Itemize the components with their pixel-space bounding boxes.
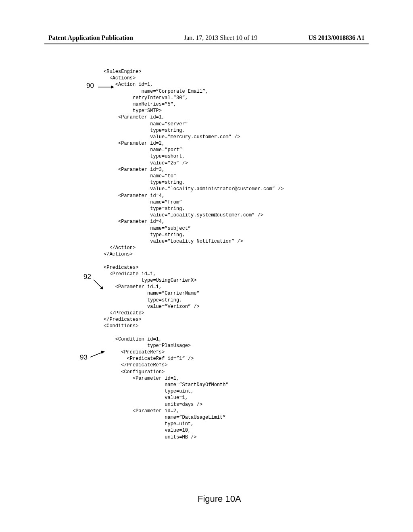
content-area: <RulesEngine> <Actions> <Action id=1, na…: [0, 44, 413, 69]
svg-marker-5: [101, 351, 105, 354]
header-right-text: US 2013/0018836 A1: [308, 34, 365, 42]
reference-number-90: 90: [86, 82, 94, 90]
arrow-icon: [93, 279, 105, 291]
reference-number-93: 93: [80, 353, 88, 362]
header-center-text: Jan. 17, 2013 Sheet 10 of 19: [184, 34, 257, 42]
reference-number-92: 92: [83, 273, 91, 281]
header-left-text: Patent Application Publication: [48, 34, 133, 42]
arrow-icon: [98, 85, 114, 89]
xml-code-block: <RulesEngine> <Actions> <Action id=1, na…: [104, 69, 284, 441]
svg-marker-1: [111, 85, 114, 89]
figure-label: Figure 10A: [198, 494, 241, 504]
page-header: Patent Application Publication Jan. 17, …: [44, 0, 369, 44]
arrow-icon: [90, 351, 106, 359]
svg-line-4: [90, 352, 102, 357]
svg-line-2: [94, 280, 102, 288]
